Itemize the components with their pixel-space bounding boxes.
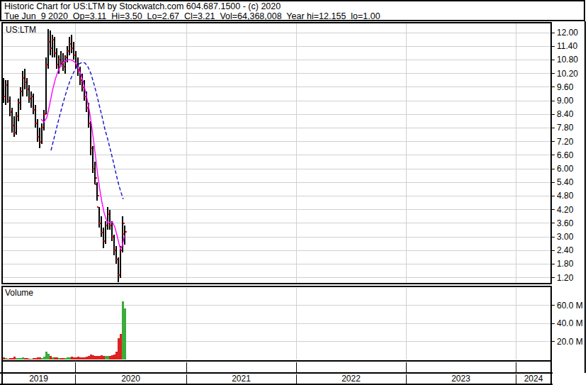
price-axis-label: 7.80 bbox=[557, 123, 573, 133]
price-axis-label: 1.20 bbox=[557, 273, 573, 283]
volume-pane-label: Volume bbox=[5, 288, 33, 298]
chart-canvas bbox=[0, 0, 588, 385]
price-axis-label: 4.80 bbox=[557, 191, 573, 201]
quote-summary: Tue Jun 9 2020 Op=3.11 Hi=3.50 Lo=2.67 C… bbox=[4, 12, 380, 21]
volume-axis-label: 40.0 M bbox=[557, 318, 583, 328]
price-axis-label: 4.20 bbox=[557, 205, 573, 215]
price-axis-label: 6.60 bbox=[557, 150, 573, 160]
price-axis-label: 5.40 bbox=[557, 177, 573, 187]
price-axis-label: 3.60 bbox=[557, 218, 573, 228]
price-axis-label: 8.40 bbox=[557, 109, 573, 119]
price-axis-label: 7.20 bbox=[557, 137, 573, 147]
price-axis-label: 6.00 bbox=[557, 164, 573, 174]
price-axis-label: 10.80 bbox=[557, 55, 578, 65]
price-axis-label: 12.00 bbox=[557, 28, 578, 38]
year-axis-label: 2019 bbox=[2, 374, 75, 384]
chart-title: Historic Chart for US:LTM by Stockwatch.… bbox=[4, 2, 281, 11]
year-axis-label: 2022 bbox=[296, 374, 406, 384]
price-axis-label: 11.40 bbox=[557, 41, 577, 51]
volume-axis-label: 60.0 M bbox=[557, 301, 583, 311]
price-axis-label: 1.80 bbox=[557, 259, 573, 269]
year-axis-label: 2020 bbox=[75, 374, 186, 384]
price-axis-label: 9.60 bbox=[557, 82, 573, 92]
price-axis-label: 3.00 bbox=[557, 232, 573, 242]
volume-axis-label: 20.0 M bbox=[557, 337, 583, 347]
stock-chart-window: Historic Chart for US:LTM by Stockwatch.… bbox=[0, 0, 588, 385]
price-axis-label: 2.40 bbox=[557, 245, 573, 255]
year-axis-label: 2023 bbox=[406, 374, 516, 384]
price-axis-label: 9.00 bbox=[557, 96, 573, 106]
year-axis-label: 2024 bbox=[516, 374, 551, 384]
year-axis-label: 2021 bbox=[186, 374, 296, 384]
symbol-label: US:LTM bbox=[6, 25, 36, 35]
price-axis-label: 10.20 bbox=[557, 69, 578, 79]
chart-header: Historic Chart for US:LTM by Stockwatch.… bbox=[0, 0, 585, 21]
